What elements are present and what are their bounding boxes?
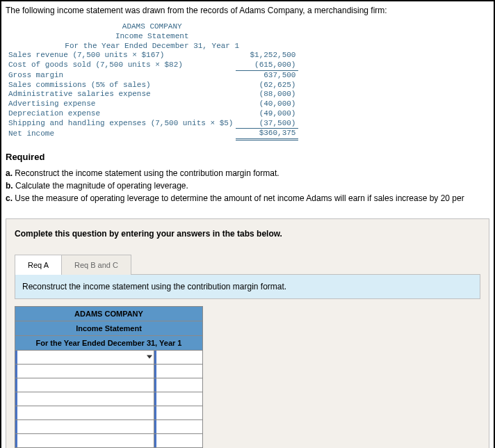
entry-amount-cell[interactable]	[154, 419, 203, 433]
entry-amount-cell[interactable]	[154, 364, 203, 378]
tab-req-a[interactable]: Req A	[15, 255, 62, 275]
entry-row	[15, 364, 203, 378]
row-label: Sales revenue (7,500 units × $167)	[6, 51, 236, 61]
required-a-text: Reconstruct the income statement using t…	[15, 168, 279, 178]
required-heading: Required	[6, 152, 489, 162]
entry-header-title: Income Statement	[15, 321, 203, 335]
entry-desc-cell[interactable]	[15, 406, 154, 419]
statement-title: Income Statement	[6, 32, 298, 42]
row-label: Sales commissions (5% of sales)	[6, 81, 236, 90]
required-c-text: Use the measure of operating leverage to…	[15, 193, 464, 203]
statement-period: For the Year Ended December 31, Year 1	[6, 42, 298, 51]
entry-amount-cell[interactable]	[154, 406, 203, 419]
required-b-text: Calculate the magnitude of operating lev…	[15, 181, 188, 191]
row-label: Net income	[6, 129, 236, 140]
entry-row	[15, 392, 203, 406]
row-amount: $1,252,500	[236, 51, 298, 61]
row-label: Gross margin	[6, 70, 236, 80]
row-amount: (88,000)	[236, 90, 298, 99]
statement-row: Depreciation expense (49,000)	[6, 109, 298, 119]
statement-row: Sales commissions (5% of sales) (62,625)	[6, 81, 298, 90]
statement-row: Shipping and handling expenses (7,500 un…	[6, 119, 298, 129]
required-a: a. Reconstruct the income statement usin…	[6, 168, 489, 179]
row-label: Cost of goods sold (7,500 units × $82)	[6, 61, 236, 70]
income-statement: ADAMS COMPANY Income Statement For the Y…	[1, 22, 494, 141]
required-b: b. Calculate the magnitude of operating …	[6, 180, 489, 191]
tab-bar: Req A Req B and C	[15, 254, 480, 275]
entry-row	[15, 350, 203, 364]
tab-req-b-and-c[interactable]: Req B and C	[61, 255, 131, 275]
row-label: Shipping and handling expenses (7,500 un…	[6, 119, 236, 129]
statement-row: Sales revenue (7,500 units × $167) $1,25…	[6, 51, 298, 61]
statement-row: Administrative salaries expense (88,000)	[6, 90, 298, 99]
tab-instruction: Reconstruct the income statement using t…	[15, 275, 480, 299]
statement-row: Advertising expense (40,000)	[6, 99, 298, 109]
entry-amount-cell[interactable]	[154, 392, 203, 406]
intro-text: The following income statement was drawn…	[1, 1, 494, 22]
entry-amount-cell[interactable]	[154, 350, 203, 364]
answer-prompt: Complete this question by entering your …	[6, 219, 489, 254]
chevron-down-icon[interactable]	[147, 355, 152, 359]
entry-header-company: ADAMS COMPANY	[15, 306, 203, 321]
statement-row: Cost of goods sold (7,500 units × $82) (…	[6, 61, 298, 70]
entry-desc-cell[interactable]	[15, 433, 154, 447]
entry-amount-cell[interactable]	[154, 433, 203, 447]
entry-desc-cell[interactable]	[15, 419, 154, 433]
statement-company: ADAMS COMPANY	[6, 22, 298, 32]
entry-table: ADAMS COMPANY Income Statement For the Y…	[15, 306, 203, 448]
row-amount: (37,500)	[236, 119, 298, 129]
entry-row	[15, 378, 203, 392]
row-amount: (62,625)	[236, 81, 298, 90]
entry-table-wrap: ADAMS COMPANY Income Statement For the Y…	[15, 306, 480, 448]
answer-area: Complete this question by entering your …	[6, 218, 489, 448]
entry-row	[15, 433, 203, 447]
entry-desc-cell[interactable]	[15, 378, 154, 392]
statement-row: Net income $360,375	[6, 129, 298, 140]
entry-amount-cell[interactable]	[154, 378, 203, 392]
entry-header-period: For the Year Ended December 31, Year 1	[15, 335, 203, 350]
row-amount: (615,000)	[236, 61, 298, 70]
entry-row	[15, 419, 203, 433]
row-label: Administrative salaries expense	[6, 90, 236, 99]
row-amount: $360,375	[236, 129, 298, 140]
row-amount: (40,000)	[236, 99, 298, 109]
required-c: c. Use the measure of operating leverage…	[6, 193, 489, 204]
required-section: Required a. Reconstruct the income state…	[1, 141, 494, 209]
entry-row	[15, 406, 203, 419]
row-amount: (49,000)	[236, 109, 298, 119]
entry-desc-cell[interactable]	[15, 364, 154, 378]
row-amount: 637,500	[236, 70, 298, 80]
row-label: Depreciation expense	[6, 109, 236, 119]
page-frame: The following income statement was drawn…	[0, 0, 495, 448]
statement-row: Gross margin 637,500	[6, 70, 298, 80]
entry-desc-cell[interactable]	[15, 350, 154, 364]
row-label: Advertising expense	[6, 99, 236, 109]
entry-desc-cell[interactable]	[15, 392, 154, 406]
